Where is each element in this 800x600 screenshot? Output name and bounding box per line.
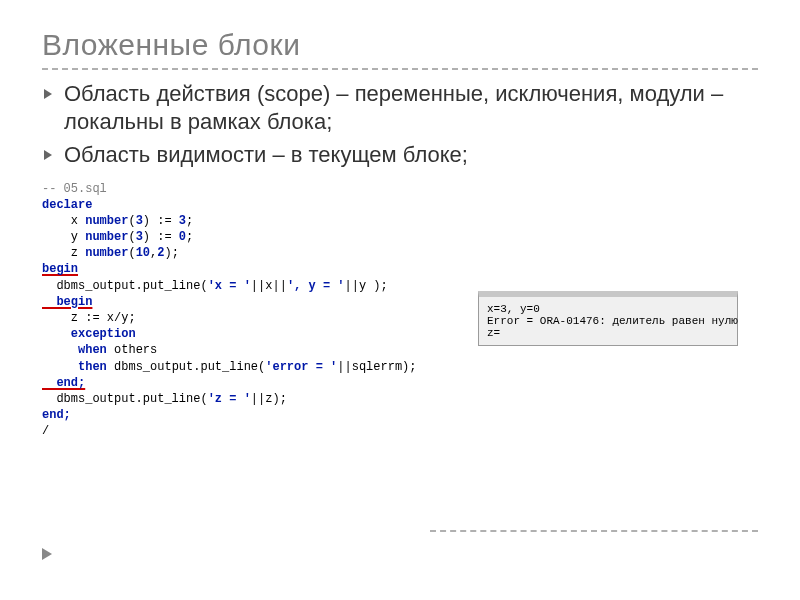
title-divider (42, 68, 758, 70)
bullet-list: Область действия (scope) – переменные, и… (42, 80, 758, 169)
footer-arrow-icon (42, 548, 52, 560)
output-line-2: Error = ORA-01476: делитель равен нулю (487, 315, 729, 327)
content-row: -- 05.sql declare x number(3) := 3; y nu… (42, 181, 758, 440)
bullet-1: Область действия (scope) – переменные, и… (60, 80, 758, 135)
code-line-1: -- 05.sql (42, 182, 107, 196)
output-line-1: x=3, y=0 (487, 303, 729, 315)
code-begin-inner: begin (42, 295, 92, 309)
code-end-outer: end; (42, 408, 71, 422)
code-begin-outer: begin (42, 262, 78, 276)
code-block: -- 05.sql declare x number(3) := 3; y nu… (42, 181, 462, 440)
code-line-2: declare (42, 198, 92, 212)
output-line-3: z= (487, 327, 729, 339)
slide-title: Вложенные блоки (42, 28, 758, 62)
bullet-2: Область видимости – в текущем блоке; (60, 141, 758, 169)
slide: Вложенные блоки Область действия (scope)… (0, 0, 800, 600)
output-panel: x=3, y=0 Error = ORA-01476: делитель рав… (478, 291, 738, 346)
code-end-inner: end; (42, 376, 85, 390)
footer-divider (430, 530, 758, 532)
